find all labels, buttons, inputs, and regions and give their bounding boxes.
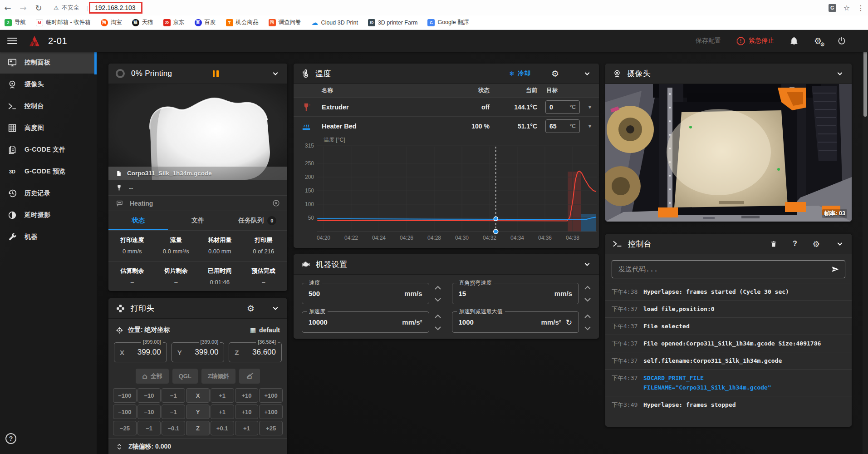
jog-x-−10[interactable]: −10 <box>137 388 161 403</box>
sidebar-item-gcode-files[interactable]: G-CODE 文件 <box>0 139 97 161</box>
console-collapse-icon[interactable] <box>835 239 844 248</box>
temperature-settings-icon[interactable]: ⚙ <box>551 69 559 79</box>
page-scrollbar[interactable] <box>863 30 868 454</box>
motors-off-button[interactable]: ⌂ <box>239 369 260 384</box>
jog-y-−1[interactable]: −1 <box>162 405 185 419</box>
jog-z-+1[interactable]: +1 <box>235 421 259 435</box>
power-icon[interactable] <box>837 36 846 45</box>
sidebar-item-console[interactable]: 控制台 <box>0 95 97 117</box>
console-input[interactable] <box>612 260 845 278</box>
console-settings-icon[interactable]: ⚙ <box>813 239 820 249</box>
bookmark-survey[interactable]: 问调查问卷 <box>269 19 301 26</box>
sidebar-item-machine[interactable]: 机器 <box>0 226 97 248</box>
reset-icon[interactable]: ↻ <box>566 318 572 327</box>
bed-mesh-profile[interactable]: ▦ default <box>250 326 280 334</box>
stepper-down[interactable] <box>433 324 443 333</box>
jog-y-−100[interactable]: −100 <box>113 405 137 419</box>
jog-z-+25[interactable]: +25 <box>259 421 283 435</box>
send-gcode-icon[interactable] <box>831 265 840 274</box>
jog-x-+10[interactable]: +10 <box>235 388 259 403</box>
bookmark-tmall[interactable]: 猫天猫 <box>132 19 153 26</box>
interface-settings-icon[interactable]: ⚙⚙ <box>814 36 822 46</box>
target-dropdown-caret[interactable]: ▾ <box>581 123 599 129</box>
target-dropdown-caret[interactable]: ▾ <box>581 104 599 110</box>
stepper-up[interactable] <box>433 283 443 292</box>
toolhead-collapse-icon[interactable] <box>271 304 280 313</box>
machine-settings-collapse-icon[interactable] <box>583 260 592 269</box>
bookmark-star-icon[interactable]: ☆ <box>843 4 850 12</box>
stepper-down[interactable] <box>583 324 593 333</box>
pause-button[interactable] <box>213 70 219 77</box>
bookmark-baidu[interactable]: 百百度 <box>195 19 216 26</box>
address-bar[interactable]: 192.168.2.103 <box>89 2 142 14</box>
jog-y-+100[interactable]: +100 <box>259 405 283 419</box>
sidebar-item-heightmap[interactable]: 高度图 <box>0 117 97 139</box>
jog-x-+1[interactable]: +1 <box>211 388 234 403</box>
notifications-bell-icon[interactable] <box>790 36 799 45</box>
tab-job-queue[interactable]: 任务队列0 <box>228 211 287 230</box>
home-all-button[interactable]: ⌂全部 <box>136 369 168 384</box>
heater-target-input[interactable]: 0°C <box>545 100 580 114</box>
jog-x-+100[interactable]: +100 <box>259 388 283 403</box>
cooldown-button[interactable]: ❄ 冷却 <box>509 69 530 78</box>
axis-box-z[interactable]: [36.584]Z36.600 <box>229 342 282 362</box>
sidebar-item-dashboard[interactable]: 控制面板 <box>0 52 97 74</box>
security-indicator[interactable]: ⚠ 不安全 | <box>54 4 88 12</box>
bookmark-nav-2345[interactable]: 2导航 <box>5 19 26 26</box>
bookmark-jd[interactable]: JD京东 <box>163 19 185 26</box>
bookmark-taobao[interactable]: 淘淘宝 <box>101 19 122 26</box>
collapse-chevron-icon[interactable] <box>271 69 280 78</box>
stepper-up[interactable] <box>583 283 593 292</box>
toolhead-settings-icon[interactable]: ⚙ <box>247 303 255 313</box>
jog-x-−1[interactable]: −1 <box>162 388 185 403</box>
bookmark-gtranslate[interactable]: GGoogle 翻譯 <box>427 19 469 26</box>
jog-y-+1[interactable]: +1 <box>211 405 234 419</box>
stepper-up[interactable] <box>583 312 593 321</box>
bookmark-cloud[interactable]: ☁Cloud 3D Print <box>311 19 358 26</box>
jog-z-+0.1[interactable]: +0.1 <box>211 421 234 435</box>
tab-file[interactable]: 文件 <box>168 211 227 230</box>
webcam-collapse-icon[interactable] <box>835 69 844 78</box>
heater-target-input[interactable]: 65°C <box>545 119 580 133</box>
clear-console-trash-icon[interactable] <box>770 240 777 248</box>
axis-box-y[interactable]: [399.00]Y399.00 <box>172 342 225 362</box>
jog-x-−100[interactable]: −100 <box>113 388 137 403</box>
sidebar-item-history[interactable]: 历史记录 <box>0 183 97 204</box>
limit-input-3[interactable]: 加速到减速最大值1000mm/s²↻ <box>452 311 579 333</box>
current-file-bar[interactable]: Corpo311_Silk_1h34m.gcode <box>108 167 287 180</box>
reload-button[interactable]: ↻ <box>31 3 46 13</box>
emergency-stop-button[interactable]: ! 紧急停止 <box>736 37 774 45</box>
sidebar-item-gcode-preview[interactable]: 3DG-CODE 预览 <box>0 161 97 183</box>
bookmark-temu[interactable]: T机会商品 <box>226 19 259 26</box>
sidebar-item-timelapse[interactable]: 延时摄影 <box>0 204 97 226</box>
back-button[interactable]: ← <box>0 3 15 13</box>
limit-input-2[interactable]: 加速度10000mm/s² <box>302 311 429 333</box>
stepper-down[interactable] <box>433 295 443 304</box>
bookmark-robot[interactable]: 3D3D printer Farm <box>368 19 418 26</box>
jog-y-−10[interactable]: −10 <box>137 405 161 419</box>
limit-input-1[interactable]: 直角拐弯速度15mm/s <box>452 283 579 304</box>
stepper-up[interactable] <box>433 312 443 321</box>
forward-button[interactable]: → <box>15 3 31 13</box>
qgl-button[interactable]: QGL <box>172 369 198 384</box>
dismiss-message-icon[interactable] <box>272 199 280 207</box>
help-button[interactable]: ? <box>5 433 16 444</box>
sidebar-item-webcam[interactable]: 摄像头 <box>0 74 97 95</box>
temperature-collapse-icon[interactable] <box>583 69 592 78</box>
jog-z-−1[interactable]: −1 <box>137 421 161 435</box>
hamburger-menu-icon[interactable] <box>7 36 17 46</box>
browser-menu-icon[interactable]: ⋮ <box>857 4 864 12</box>
console-help-icon[interactable]: ? <box>793 240 797 248</box>
jog-z-−25[interactable]: −25 <box>113 421 137 435</box>
bookmark-gmail[interactable]: M临时邮箱 - 收件箱 <box>36 19 91 26</box>
axis-box-x[interactable]: [399.00]X399.00 <box>114 342 167 362</box>
jog-y-+10[interactable]: +10 <box>235 405 259 419</box>
tab-status[interactable]: 状态 <box>108 211 168 230</box>
z-tilt-button[interactable]: Z轴倾斜 <box>201 369 235 384</box>
limit-input-0[interactable]: 速度500mm/s <box>302 283 429 304</box>
translate-icon[interactable]: G <box>829 4 836 12</box>
save-config-button[interactable]: 保存配置 <box>696 37 721 45</box>
url-text[interactable]: 192.168.2.103 <box>95 4 136 11</box>
stepper-down[interactable] <box>583 295 593 304</box>
jog-z-−0.1[interactable]: −0.1 <box>162 421 185 435</box>
